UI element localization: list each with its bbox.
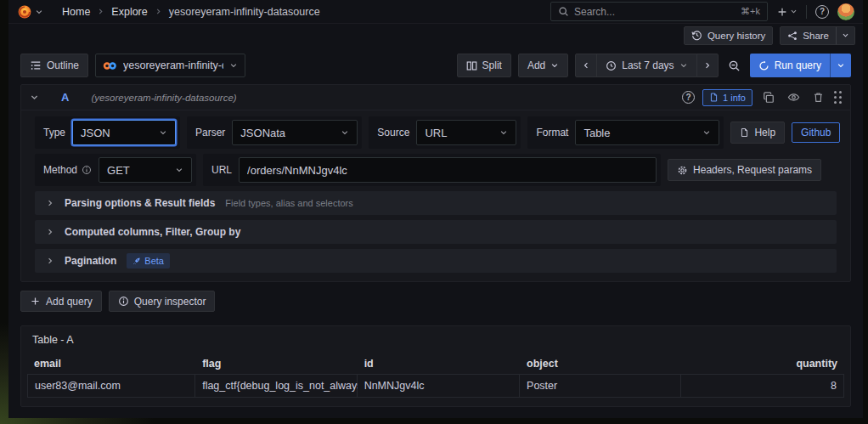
user-avatar[interactable] — [837, 3, 854, 20]
add-query-button[interactable]: Add query — [20, 291, 102, 312]
github-label: Github — [801, 127, 831, 139]
hide-query-button[interactable] — [785, 91, 803, 104]
chevron-down-icon — [229, 61, 238, 70]
add-dropdown-button[interactable]: Add — [518, 54, 568, 77]
help-icon[interactable]: ? — [815, 5, 829, 19]
info-circle-icon[interactable] — [82, 165, 92, 175]
outline-button[interactable]: Outline — [20, 54, 88, 77]
query-inspector-label: Query inspector — [134, 296, 206, 308]
section-pagination[interactable]: Pagination Beta — [35, 249, 837, 273]
run-query-button[interactable]: Run query — [750, 54, 830, 77]
query-help-icon[interactable]: ? — [682, 91, 695, 104]
format-label: Format — [536, 127, 568, 139]
copy-icon — [763, 92, 775, 104]
rocket-icon — [132, 257, 141, 265]
search-box[interactable]: ⌘+k — [550, 2, 768, 21]
url-input[interactable] — [239, 157, 657, 183]
query-info-badge[interactable]: 1 info — [702, 89, 752, 106]
breadcrumb-explore[interactable]: Explore — [111, 6, 147, 18]
drag-handle[interactable] — [834, 91, 842, 104]
query-editor-actions: ? 1 info — [682, 89, 842, 106]
section-label: Computed columns, Filter, Group by — [65, 226, 240, 238]
split-button[interactable]: Split — [457, 54, 511, 77]
section-computed-columns[interactable]: Computed columns, Filter, Group by — [35, 220, 837, 244]
new-menu-button[interactable] — [776, 6, 798, 18]
query-info-badge-label: 1 info — [723, 93, 746, 103]
cell-flag: flag_ctf{debug_log_is_not_always_nice} — [195, 374, 357, 398]
breadcrumb-datasource[interactable]: yesoreyeram-infinity-datasource — [169, 6, 320, 18]
split-label: Split — [482, 59, 502, 71]
table-panel: Table - A email flag id object quantity … — [20, 325, 851, 407]
table-header-row: email flag id object quantity — [21, 353, 850, 374]
query-inspector-button[interactable]: Query inspector — [109, 291, 216, 312]
share-button[interactable]: Share — [780, 26, 837, 45]
plus-icon — [30, 296, 41, 307]
source-select[interactable]: URL — [416, 120, 516, 145]
chevron-down-icon — [499, 128, 508, 137]
chevron-right-icon — [703, 61, 712, 70]
parser-select[interactable]: JSONata — [232, 120, 358, 145]
type-select[interactable]: JSON — [72, 120, 176, 145]
search-input[interactable] — [574, 6, 736, 18]
search-shortcut: ⌘+k — [741, 6, 760, 17]
column-header-id[interactable]: id — [358, 353, 520, 374]
grafana-app: Home Explore yesoreyeram-infinity-dataso… — [8, 0, 863, 418]
column-header-object[interactable]: object — [520, 353, 681, 374]
query-options-row: Type JSON Parser JSONata Source — [35, 116, 837, 149]
beta-badge-label: Beta — [144, 256, 164, 266]
collapse-chevron-icon[interactable] — [30, 93, 39, 102]
run-query-interval-button[interactable] — [830, 54, 851, 77]
datasource-picker[interactable]: yesoreyeram-infinity-da — [95, 54, 245, 77]
method-label: Method — [43, 164, 92, 176]
query-history-label: Query history — [707, 31, 765, 41]
time-zoom-out-button[interactable] — [725, 59, 743, 72]
remove-query-button[interactable] — [810, 92, 826, 103]
parser-field: Parser JSONata — [187, 116, 362, 149]
method-select[interactable]: GET — [99, 157, 192, 183]
chevron-down-icon — [35, 8, 43, 16]
org-switcher[interactable] — [17, 4, 50, 20]
time-picker-group: Last 7 days — [575, 54, 718, 77]
run-query-group: Run query — [750, 54, 851, 77]
format-select[interactable]: Table — [575, 120, 719, 145]
github-button[interactable]: Github — [792, 122, 840, 143]
type-select-value: JSON — [81, 127, 110, 139]
breadcrumb-home[interactable]: Home — [62, 6, 90, 18]
method-label-text: Method — [43, 164, 77, 176]
chevron-down-icon — [837, 61, 845, 70]
time-shift-forward-button[interactable] — [696, 54, 719, 77]
source-select-value: URL — [425, 127, 447, 139]
time-range-button[interactable]: Last 7 days — [596, 54, 696, 77]
explore-actions-bar: Query history Share — [8, 24, 863, 47]
help-button[interactable]: Help — [730, 122, 785, 144]
duplicate-query-button[interactable] — [760, 92, 777, 104]
info-circle-icon — [118, 296, 129, 307]
query-ref-id[interactable]: A — [61, 91, 69, 104]
headers-params-button[interactable]: Headers, Request params — [668, 159, 821, 181]
chevron-right-icon — [97, 8, 104, 15]
grafana-logo-icon — [17, 4, 32, 20]
cell-id: NnMNJgv4lc — [358, 374, 520, 398]
section-parsing-options[interactable]: Parsing options & Result fields Field ty… — [35, 191, 837, 215]
chevron-down-icon — [550, 61, 559, 70]
query-history-button[interactable]: Query history — [684, 26, 773, 45]
file-icon — [709, 93, 719, 102]
plus-icon — [776, 6, 788, 18]
cell-object: Poster — [520, 374, 681, 398]
format-field: Format Table — [527, 116, 724, 149]
time-shift-back-button[interactable] — [575, 54, 597, 77]
column-header-email[interactable]: email — [27, 353, 195, 374]
column-header-flag[interactable]: flag — [195, 353, 357, 374]
method-field: Method GET — [35, 154, 196, 186]
beta-badge: Beta — [127, 253, 170, 269]
section-hint: Field types, alias and selectors — [225, 198, 352, 208]
column-header-quantity[interactable]: quantity — [681, 353, 844, 374]
query-editor-body: Type JSON Parser JSONata Source — [21, 110, 850, 281]
source-label: Source — [377, 127, 409, 139]
run-query-label: Run query — [775, 59, 821, 71]
help-label: Help — [754, 127, 775, 139]
explore-toolbar: Outline yesoreyeram-infinity-da Split Ad… — [8, 47, 863, 84]
share-menu-button[interactable] — [836, 26, 855, 45]
url-options-row: Method GET URL Headers, Request params — [35, 154, 837, 186]
share-icon — [787, 31, 798, 41]
